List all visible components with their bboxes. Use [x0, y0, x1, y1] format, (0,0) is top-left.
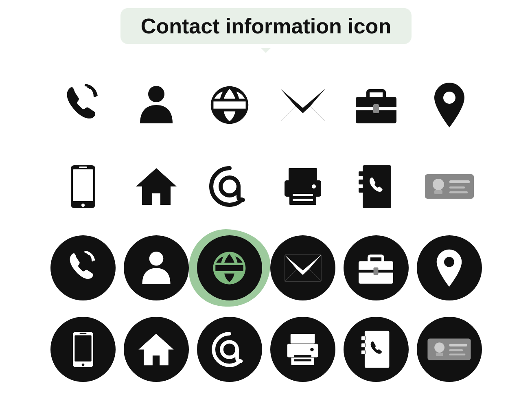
- svg-rect-63: [427, 338, 471, 360]
- home-circle-icon: [120, 313, 193, 386]
- page-title: Contact information icon: [141, 14, 391, 38]
- svg-rect-15: [79, 167, 87, 168]
- home-icon: [120, 150, 193, 223]
- svg-rect-33: [449, 186, 465, 189]
- svg-rect-42: [369, 256, 383, 263]
- svg-rect-55: [294, 355, 311, 357]
- svg-rect-49: [79, 333, 86, 334]
- svg-rect-52: [291, 334, 315, 344]
- id-card-circle-icon: [413, 313, 486, 386]
- person-icon: [120, 68, 193, 142]
- svg-point-51: [222, 342, 237, 357]
- globe-icon: [193, 68, 266, 142]
- at-icon: [193, 150, 266, 223]
- briefcase-circle-icon: [339, 231, 413, 305]
- svg-rect-8: [368, 91, 384, 99]
- svg-rect-68: [449, 354, 466, 355]
- mobile-icon: [46, 150, 120, 223]
- svg-rect-32: [449, 180, 470, 183]
- svg-rect-59: [364, 331, 389, 368]
- email-icon: [266, 68, 339, 142]
- svg-rect-21: [289, 191, 316, 205]
- svg-rect-18: [289, 168, 317, 180]
- mobile-circle-icon: [46, 313, 120, 386]
- icon-grid: [46, 64, 486, 390]
- printer-icon: [266, 150, 339, 223]
- globe-circle-icon: [197, 235, 262, 300]
- phone-icon: [46, 68, 120, 142]
- svg-rect-13: [73, 169, 93, 201]
- svg-point-57: [310, 348, 314, 351]
- svg-rect-65: [436, 353, 443, 356]
- svg-rect-34: [449, 191, 468, 193]
- svg-point-24: [312, 184, 316, 189]
- person-circle-icon: [120, 231, 193, 305]
- location-icon: [413, 68, 486, 142]
- svg-rect-28: [359, 188, 363, 193]
- svg-point-35: [149, 251, 163, 265]
- svg-marker-50: [138, 333, 173, 365]
- id-card-icon: [413, 150, 486, 223]
- svg-marker-16: [136, 168, 177, 205]
- email-circle-icon: [266, 231, 339, 305]
- svg-rect-10: [373, 104, 379, 113]
- svg-point-64: [434, 342, 444, 353]
- phonebook-icon: [339, 150, 413, 223]
- at-circle-icon: [193, 313, 266, 386]
- svg-rect-27: [359, 180, 363, 184]
- svg-rect-44: [374, 267, 379, 275]
- svg-rect-54: [291, 352, 314, 365]
- svg-rect-22: [293, 194, 313, 196]
- svg-rect-31: [434, 190, 442, 194]
- globe-circle-wrapper: [193, 231, 266, 305]
- svg-rect-56: [294, 359, 311, 361]
- svg-point-11: [443, 92, 455, 104]
- svg-rect-26: [359, 171, 363, 176]
- phone-circle-icon: [46, 231, 120, 305]
- svg-point-45: [444, 257, 454, 267]
- svg-point-17: [221, 178, 239, 195]
- svg-rect-67: [449, 349, 463, 351]
- svg-rect-62: [361, 350, 365, 354]
- svg-rect-47: [74, 335, 91, 361]
- svg-rect-25: [363, 165, 391, 208]
- location-circle-icon: [413, 231, 486, 305]
- title-bubble: Contact information icon: [120, 8, 412, 44]
- svg-point-30: [433, 179, 444, 190]
- printer-circle-icon: [266, 313, 339, 386]
- svg-rect-66: [449, 344, 467, 346]
- svg-point-0: [148, 86, 164, 102]
- svg-point-14: [81, 204, 85, 207]
- briefcase-icon: [339, 68, 413, 142]
- svg-rect-23: [293, 199, 313, 201]
- phonebook-circle-icon: [339, 313, 413, 386]
- svg-point-48: [81, 363, 84, 366]
- svg-rect-60: [361, 336, 365, 340]
- svg-rect-61: [361, 343, 365, 347]
- svg-rect-29: [425, 174, 474, 199]
